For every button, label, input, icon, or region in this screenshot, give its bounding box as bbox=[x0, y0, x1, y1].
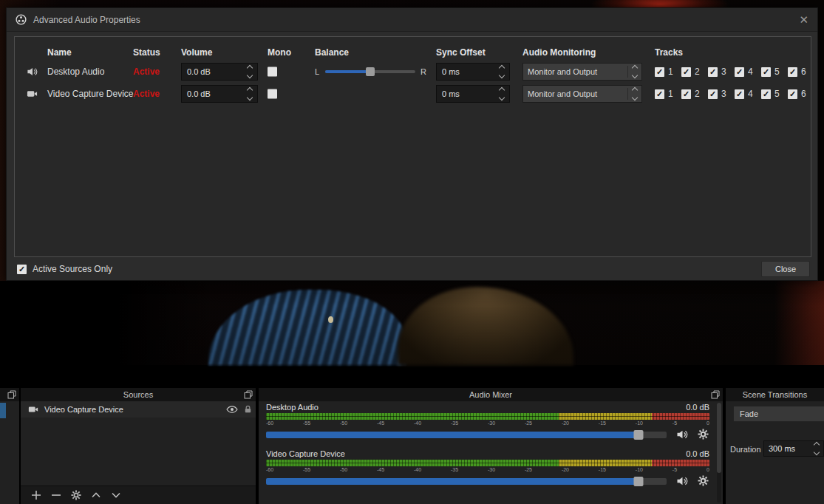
spinner-arrows[interactable] bbox=[500, 66, 504, 78]
balance-fill bbox=[325, 70, 370, 73]
spinner-arrows[interactable] bbox=[814, 443, 819, 454]
active-sources-only-checkbox[interactable]: ✓ bbox=[17, 265, 27, 274]
source-properties-gear-icon[interactable] bbox=[71, 490, 81, 500]
mixer-level: 0.0 dB bbox=[686, 403, 709, 412]
track-3-label: 3 bbox=[721, 67, 726, 77]
popout-icon[interactable] bbox=[244, 390, 253, 399]
sync-offset-input[interactable]: 0 ms bbox=[436, 63, 510, 81]
chevron-down-icon[interactable] bbox=[247, 72, 253, 78]
move-down-icon[interactable] bbox=[111, 490, 121, 500]
obs-window: Advanced Audio Properties ✕ Name Status … bbox=[0, 0, 824, 504]
source-name: Video Capture Device bbox=[47, 89, 134, 99]
audio-monitoring-select[interactable]: Monitor and Output bbox=[522, 63, 642, 81]
mixer-name: Desktop Audio bbox=[266, 403, 319, 412]
spinner-arrows[interactable] bbox=[500, 88, 504, 100]
add-source-icon[interactable] bbox=[31, 490, 41, 500]
scene-transitions-panel-header: Scene Transitions bbox=[726, 388, 824, 401]
duration-value: 300 ms bbox=[769, 444, 795, 453]
speaker-icon[interactable] bbox=[676, 429, 688, 440]
sync-offset-input[interactable]: 0 ms bbox=[436, 85, 510, 103]
close-icon[interactable]: ✕ bbox=[799, 14, 808, 25]
popout-icon[interactable] bbox=[7, 390, 16, 399]
check-icon: ✓ bbox=[789, 90, 796, 98]
track-2-checkbox[interactable]: ✓ bbox=[681, 67, 691, 77]
track-2-checkbox[interactable]: ✓ bbox=[681, 89, 691, 99]
mixer-head: Video Capture Device 0.0 dB bbox=[266, 449, 709, 459]
speaker-icon[interactable] bbox=[676, 475, 688, 487]
chevron-down-icon[interactable] bbox=[499, 72, 505, 78]
chevron-up-icon[interactable] bbox=[247, 65, 253, 71]
volume-input[interactable]: 0.0 dB bbox=[181, 63, 258, 81]
combo-arrows[interactable] bbox=[627, 66, 637, 78]
tick-label: -60 bbox=[266, 467, 273, 473]
source-list-item[interactable]: Video Capture Device bbox=[21, 401, 256, 418]
check-icon: ✓ bbox=[736, 68, 743, 76]
track-4-checkbox[interactable]: ✓ bbox=[735, 67, 744, 77]
check-icon: ✓ bbox=[709, 68, 716, 76]
chevron-down-icon[interactable] bbox=[247, 95, 253, 101]
transition-select[interactable]: Fade bbox=[733, 406, 824, 422]
chevron-up-icon[interactable] bbox=[499, 65, 505, 71]
track-5-checkbox[interactable]: ✓ bbox=[761, 89, 771, 99]
mono-checkbox[interactable] bbox=[268, 89, 277, 99]
volume-slider[interactable] bbox=[266, 478, 667, 485]
gear-icon[interactable] bbox=[698, 429, 709, 440]
remove-source-icon[interactable] bbox=[51, 490, 61, 500]
spinner-arrows[interactable] bbox=[248, 66, 252, 78]
chevron-down-icon[interactable] bbox=[632, 95, 638, 101]
camera-icon bbox=[28, 404, 38, 415]
selected-scene-item[interactable] bbox=[0, 403, 6, 418]
chevron-up-icon[interactable] bbox=[814, 442, 820, 448]
dock-area: Sources Video Capture Device bbox=[0, 388, 824, 504]
close-button[interactable]: Close bbox=[761, 261, 810, 277]
chevron-up-icon[interactable] bbox=[499, 87, 505, 93]
chevron-down-icon[interactable] bbox=[499, 95, 505, 101]
duration-label: Duration bbox=[730, 445, 761, 454]
track-1-checkbox[interactable]: ✓ bbox=[655, 67, 664, 77]
spinner-arrows[interactable] bbox=[248, 88, 252, 100]
check-icon: ✓ bbox=[763, 90, 769, 98]
tick-label: -45 bbox=[377, 467, 384, 473]
chevron-up-icon[interactable] bbox=[247, 87, 253, 93]
gear-icon[interactable] bbox=[698, 475, 709, 487]
check-icon: ✓ bbox=[789, 68, 796, 76]
track-3: ✓3 bbox=[708, 89, 726, 99]
volume-slider[interactable] bbox=[266, 432, 667, 438]
track-4-checkbox[interactable]: ✓ bbox=[735, 89, 744, 99]
track-3-checkbox[interactable]: ✓ bbox=[708, 89, 718, 99]
tick-label: -10 bbox=[636, 420, 643, 426]
volume-row bbox=[266, 476, 709, 486]
track-6-checkbox[interactable]: ✓ bbox=[788, 89, 797, 99]
track-6-checkbox[interactable]: ✓ bbox=[788, 67, 797, 77]
mixer-scrollbar[interactable] bbox=[717, 403, 721, 503]
popout-icon[interactable] bbox=[711, 390, 720, 399]
track-1-checkbox[interactable]: ✓ bbox=[655, 89, 664, 99]
combo-arrows[interactable] bbox=[627, 88, 637, 100]
chevron-up-icon[interactable] bbox=[632, 65, 638, 71]
chevron-down-icon[interactable] bbox=[632, 72, 638, 78]
track-6-label: 6 bbox=[801, 89, 806, 99]
balance-slider[interactable] bbox=[325, 70, 415, 73]
audio-monitoring-select[interactable]: Monitor and Output bbox=[522, 85, 642, 103]
scenes-panel-sliver bbox=[0, 388, 19, 504]
mono-checkbox[interactable] bbox=[268, 67, 277, 77]
lock-icon[interactable] bbox=[243, 404, 253, 414]
chevron-down-icon[interactable] bbox=[814, 449, 820, 455]
track-3-checkbox[interactable]: ✓ bbox=[708, 67, 718, 77]
balance-handle[interactable] bbox=[366, 67, 375, 76]
tick-label: -10 bbox=[636, 467, 643, 473]
volume-slider-handle[interactable] bbox=[634, 477, 644, 486]
chevron-up-icon[interactable] bbox=[632, 87, 638, 93]
move-up-icon[interactable] bbox=[91, 490, 101, 500]
duration-input[interactable]: 300 ms bbox=[763, 440, 824, 457]
track-5-checkbox[interactable]: ✓ bbox=[761, 67, 771, 77]
volume-slider-handle[interactable] bbox=[634, 430, 644, 440]
volume-input[interactable]: 0.0 dB bbox=[181, 85, 258, 103]
track-1-label: 1 bbox=[668, 67, 673, 77]
visibility-eye-icon[interactable] bbox=[226, 403, 238, 415]
mixer-name: Video Capture Device bbox=[266, 449, 345, 459]
sources-panel-title: Sources bbox=[123, 390, 153, 399]
check-icon: ✓ bbox=[736, 90, 743, 98]
track-4-label: 4 bbox=[748, 89, 753, 99]
mixer-scrollbar-thumb[interactable] bbox=[717, 403, 721, 473]
